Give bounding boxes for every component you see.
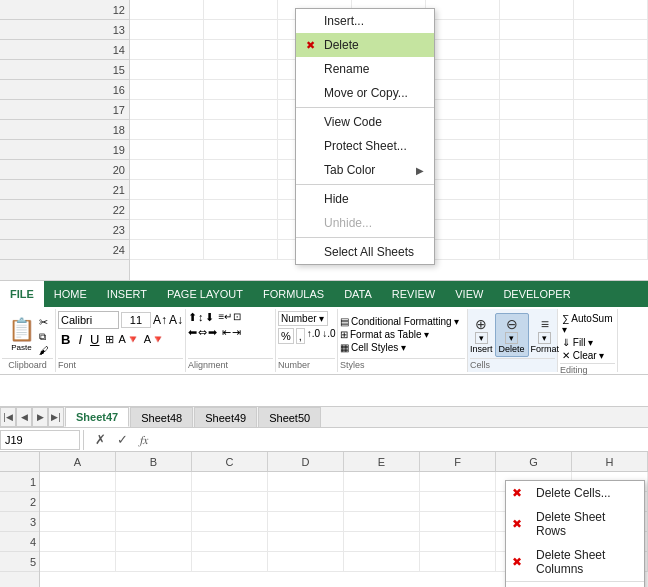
percent-btn[interactable]: % xyxy=(278,328,294,344)
tab-review[interactable]: REVIEW xyxy=(382,281,445,307)
row-18[interactable]: 18 xyxy=(0,120,129,140)
increase-font-btn[interactable]: A↑ xyxy=(153,313,167,327)
col-header-c[interactable]: C xyxy=(192,452,268,471)
col-header-a[interactable]: A xyxy=(40,452,116,471)
insert-cells-btn[interactable]: ⊕ xyxy=(475,316,487,332)
data-row-4[interactable]: 4 xyxy=(0,532,39,552)
align-bottom-btn[interactable]: ⬇ xyxy=(205,311,214,324)
indent-decrease-btn[interactable]: ⇤ xyxy=(222,326,231,339)
comma-btn[interactable]: , xyxy=(296,328,305,344)
data-row-5[interactable]: 5 xyxy=(0,552,39,572)
format-cells-btn[interactable]: ≡ xyxy=(541,316,549,332)
format-as-table-btn[interactable]: ⊞ Format as Table ▾ xyxy=(340,329,465,340)
row-16[interactable]: 16 xyxy=(0,80,129,100)
conditional-formatting-btn[interactable]: ▤ Conditional Formatting ▾ xyxy=(340,316,465,327)
paste-button[interactable]: 📋 Paste xyxy=(6,315,37,354)
italic-button[interactable]: I xyxy=(75,331,85,348)
col-header-f[interactable]: F xyxy=(420,452,496,471)
sheet-tab-47[interactable]: Sheet47 xyxy=(65,407,129,427)
col-header-b[interactable]: B xyxy=(116,452,192,471)
align-center-btn[interactable]: ⇔ xyxy=(198,326,207,339)
col-header-g[interactable]: G xyxy=(496,452,572,471)
context-tab-color[interactable]: Tab Color ▶ xyxy=(296,158,434,182)
clear-btn[interactable]: ✕ Clear ▾ xyxy=(562,350,613,361)
tab-developer[interactable]: DEVELOPER xyxy=(493,281,580,307)
insert-function-btn[interactable]: 𝑓𝑥 xyxy=(135,432,153,447)
tab-data[interactable]: DATA xyxy=(334,281,382,307)
col-header-d[interactable]: D xyxy=(268,452,344,471)
sheet-nav-next[interactable]: ▶ xyxy=(32,407,48,427)
font-name-selector[interactable]: Calibri xyxy=(58,311,119,329)
row-24[interactable]: 24 xyxy=(0,240,129,260)
delete-cells-option[interactable]: ✖ Delete Cells... xyxy=(506,481,644,505)
data-row-2[interactable]: 2 xyxy=(0,492,39,512)
delete-sheet-columns-option[interactable]: ✖ Delete Sheet Columns xyxy=(506,543,644,581)
row-17[interactable]: 17 xyxy=(0,100,129,120)
merge-btn[interactable]: ⊡ xyxy=(233,311,241,324)
align-top-btn[interactable]: ⬆ xyxy=(188,311,197,324)
context-select-all[interactable]: Select All Sheets xyxy=(296,240,434,264)
row-23[interactable]: 23 xyxy=(0,220,129,240)
data-row-3[interactable]: 3 xyxy=(0,512,39,532)
bold-button[interactable]: B xyxy=(58,331,73,348)
row-19[interactable]: 19 xyxy=(0,140,129,160)
row-13[interactable]: 13 xyxy=(0,20,129,40)
sheet-tab-49[interactable]: Sheet49 xyxy=(194,407,257,427)
border-button[interactable]: ⊞ xyxy=(104,332,115,347)
context-view-code[interactable]: View Code xyxy=(296,110,434,134)
sheet-tab-48[interactable]: Sheet48 xyxy=(130,407,193,427)
delete-sheet-rows-option[interactable]: ✖ Delete Sheet Rows xyxy=(506,505,644,543)
tab-file[interactable]: FILE xyxy=(0,281,44,307)
tab-formulas[interactable]: FORMULAS xyxy=(253,281,334,307)
sheet-nav-prev[interactable]: ◀ xyxy=(16,407,32,427)
row-14[interactable]: 14 xyxy=(0,40,129,60)
tab-home[interactable]: HOME xyxy=(44,281,97,307)
tab-insert[interactable]: INSERT xyxy=(97,281,157,307)
autosum-btn[interactable]: ∑ AutoSum ▾ xyxy=(562,313,613,335)
format-painter-button[interactable]: 🖌 xyxy=(39,345,49,356)
sheet-tab-50[interactable]: Sheet50 xyxy=(258,407,321,427)
data-row-1[interactable]: 1 xyxy=(0,472,39,492)
number-format-dropdown[interactable]: Number ▾ xyxy=(278,311,328,326)
col-header-e[interactable]: E xyxy=(344,452,420,471)
tab-view[interactable]: VIEW xyxy=(445,281,493,307)
fill-btn[interactable]: ⇓ Fill ▾ xyxy=(562,337,613,348)
context-delete[interactable]: ✖ Delete xyxy=(296,33,434,57)
cell-styles-btn[interactable]: ▦ Cell Styles ▾ xyxy=(340,342,465,353)
row-21[interactable]: 21 xyxy=(0,180,129,200)
tab-page-layout[interactable]: PAGE LAYOUT xyxy=(157,281,253,307)
col-header-h[interactable]: H xyxy=(572,452,648,471)
row-22[interactable]: 22 xyxy=(0,200,129,220)
select-all-corner[interactable] xyxy=(0,452,40,471)
font-size-selector[interactable]: 11 xyxy=(121,312,151,328)
row-20[interactable]: 20 xyxy=(0,160,129,180)
indent-increase-btn[interactable]: ⇥ xyxy=(232,326,241,339)
row-15[interactable]: 15 xyxy=(0,60,129,80)
underline-button[interactable]: U xyxy=(87,331,102,348)
sheet-nav-first[interactable]: |◀ xyxy=(0,407,16,427)
formula-input[interactable] xyxy=(157,434,648,446)
format-cells-dropdown-btn[interactable]: ▾ xyxy=(538,332,551,344)
delete-cells-btn[interactable]: ⊖ xyxy=(506,316,518,332)
delete-sheet-option[interactable]: ✖ Delete Sheet xyxy=(506,582,644,587)
font-color-button[interactable]: A🔻 xyxy=(143,332,166,347)
decrease-decimal-btn[interactable]: ↓.0 xyxy=(322,328,335,344)
align-right-btn[interactable]: ➡ xyxy=(208,326,217,339)
name-box[interactable]: J19 xyxy=(0,430,80,450)
delete-cells-dropdown-btn[interactable]: ▾ xyxy=(505,332,518,344)
context-insert[interactable]: Insert... xyxy=(296,9,434,33)
context-move-copy[interactable]: Move or Copy... xyxy=(296,81,434,105)
copy-button[interactable]: ⧉ xyxy=(39,331,49,343)
fill-color-button[interactable]: A🔻 xyxy=(117,332,140,347)
align-left-btn[interactable]: ⬅ xyxy=(188,326,197,339)
decrease-font-btn[interactable]: A↓ xyxy=(169,313,183,327)
row-12[interactable]: 12 xyxy=(0,0,129,20)
increase-decimal-btn[interactable]: ↑.0 xyxy=(307,328,320,344)
wrap-text-btn[interactable]: ≡↵ xyxy=(219,311,233,324)
enter-formula-btn[interactable]: ✓ xyxy=(113,432,131,447)
context-unhide[interactable]: Unhide... xyxy=(296,211,434,235)
context-hide[interactable]: Hide xyxy=(296,187,434,211)
align-middle-btn[interactable]: ↕ xyxy=(198,311,204,324)
insert-cells-dropdown-btn[interactable]: ▾ xyxy=(475,332,488,344)
cancel-formula-btn[interactable]: ✗ xyxy=(91,432,109,447)
